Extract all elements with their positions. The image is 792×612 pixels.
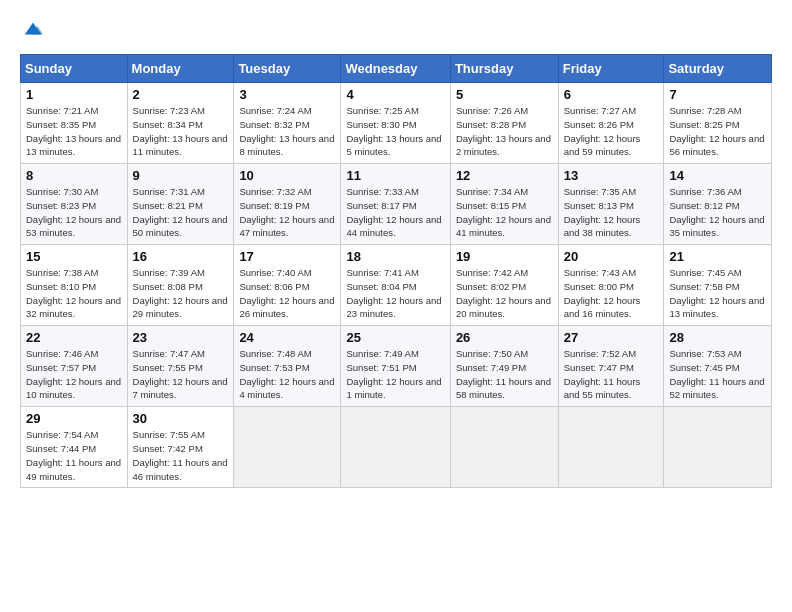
day-cell: 8Sunrise: 7:30 AMSunset: 8:23 PMDaylight… <box>21 164 128 245</box>
day-cell: 30Sunrise: 7:55 AMSunset: 7:42 PMDayligh… <box>127 407 234 488</box>
day-cell: 13Sunrise: 7:35 AMSunset: 8:13 PMDayligh… <box>558 164 664 245</box>
day-number: 5 <box>456 87 553 102</box>
day-cell: 26Sunrise: 7:50 AMSunset: 7:49 PMDayligh… <box>450 326 558 407</box>
day-cell: 4Sunrise: 7:25 AMSunset: 8:30 PMDaylight… <box>341 83 450 164</box>
day-cell <box>234 407 341 488</box>
day-info: Sunrise: 7:36 AMSunset: 8:12 PMDaylight:… <box>669 185 766 240</box>
day-cell: 17Sunrise: 7:40 AMSunset: 8:06 PMDayligh… <box>234 245 341 326</box>
day-cell: 6Sunrise: 7:27 AMSunset: 8:26 PMDaylight… <box>558 83 664 164</box>
day-cell: 3Sunrise: 7:24 AMSunset: 8:32 PMDaylight… <box>234 83 341 164</box>
calendar-header: Sunday Monday Tuesday Wednesday Thursday… <box>21 55 772 83</box>
col-wednesday: Wednesday <box>341 55 450 83</box>
day-cell: 19Sunrise: 7:42 AMSunset: 8:02 PMDayligh… <box>450 245 558 326</box>
day-cell: 20Sunrise: 7:43 AMSunset: 8:00 PMDayligh… <box>558 245 664 326</box>
day-cell: 24Sunrise: 7:48 AMSunset: 7:53 PMDayligh… <box>234 326 341 407</box>
col-tuesday: Tuesday <box>234 55 341 83</box>
day-info: Sunrise: 7:39 AMSunset: 8:08 PMDaylight:… <box>133 266 229 321</box>
day-cell: 5Sunrise: 7:26 AMSunset: 8:28 PMDaylight… <box>450 83 558 164</box>
day-info: Sunrise: 7:53 AMSunset: 7:45 PMDaylight:… <box>669 347 766 402</box>
week-row-5: 29Sunrise: 7:54 AMSunset: 7:44 PMDayligh… <box>21 407 772 488</box>
day-cell: 15Sunrise: 7:38 AMSunset: 8:10 PMDayligh… <box>21 245 128 326</box>
day-cell: 12Sunrise: 7:34 AMSunset: 8:15 PMDayligh… <box>450 164 558 245</box>
day-cell: 21Sunrise: 7:45 AMSunset: 7:58 PMDayligh… <box>664 245 772 326</box>
day-info: Sunrise: 7:52 AMSunset: 7:47 PMDaylight:… <box>564 347 659 402</box>
day-number: 25 <box>346 330 444 345</box>
day-cell: 9Sunrise: 7:31 AMSunset: 8:21 PMDaylight… <box>127 164 234 245</box>
day-cell: 10Sunrise: 7:32 AMSunset: 8:19 PMDayligh… <box>234 164 341 245</box>
day-number: 19 <box>456 249 553 264</box>
week-row-3: 15Sunrise: 7:38 AMSunset: 8:10 PMDayligh… <box>21 245 772 326</box>
day-info: Sunrise: 7:49 AMSunset: 7:51 PMDaylight:… <box>346 347 444 402</box>
col-thursday: Thursday <box>450 55 558 83</box>
day-info: Sunrise: 7:46 AMSunset: 7:57 PMDaylight:… <box>26 347 122 402</box>
day-info: Sunrise: 7:48 AMSunset: 7:53 PMDaylight:… <box>239 347 335 402</box>
day-info: Sunrise: 7:30 AMSunset: 8:23 PMDaylight:… <box>26 185 122 240</box>
day-cell: 16Sunrise: 7:39 AMSunset: 8:08 PMDayligh… <box>127 245 234 326</box>
week-row-1: 1Sunrise: 7:21 AMSunset: 8:35 PMDaylight… <box>21 83 772 164</box>
day-cell <box>664 407 772 488</box>
day-info: Sunrise: 7:26 AMSunset: 8:28 PMDaylight:… <box>456 104 553 159</box>
day-number: 24 <box>239 330 335 345</box>
day-number: 18 <box>346 249 444 264</box>
calendar-table: Sunday Monday Tuesday Wednesday Thursday… <box>20 54 772 488</box>
day-number: 30 <box>133 411 229 426</box>
day-number: 12 <box>456 168 553 183</box>
day-info: Sunrise: 7:41 AMSunset: 8:04 PMDaylight:… <box>346 266 444 321</box>
day-number: 16 <box>133 249 229 264</box>
day-number: 23 <box>133 330 229 345</box>
day-info: Sunrise: 7:25 AMSunset: 8:30 PMDaylight:… <box>346 104 444 159</box>
day-info: Sunrise: 7:33 AMSunset: 8:17 PMDaylight:… <box>346 185 444 240</box>
day-number: 28 <box>669 330 766 345</box>
day-cell: 29Sunrise: 7:54 AMSunset: 7:44 PMDayligh… <box>21 407 128 488</box>
day-cell: 1Sunrise: 7:21 AMSunset: 8:35 PMDaylight… <box>21 83 128 164</box>
day-info: Sunrise: 7:27 AMSunset: 8:26 PMDaylight:… <box>564 104 659 159</box>
day-info: Sunrise: 7:23 AMSunset: 8:34 PMDaylight:… <box>133 104 229 159</box>
day-number: 2 <box>133 87 229 102</box>
col-sunday: Sunday <box>21 55 128 83</box>
day-number: 17 <box>239 249 335 264</box>
day-info: Sunrise: 7:38 AMSunset: 8:10 PMDaylight:… <box>26 266 122 321</box>
day-number: 4 <box>346 87 444 102</box>
day-number: 22 <box>26 330 122 345</box>
day-cell: 14Sunrise: 7:36 AMSunset: 8:12 PMDayligh… <box>664 164 772 245</box>
day-cell <box>341 407 450 488</box>
day-cell: 2Sunrise: 7:23 AMSunset: 8:34 PMDaylight… <box>127 83 234 164</box>
day-number: 3 <box>239 87 335 102</box>
day-info: Sunrise: 7:32 AMSunset: 8:19 PMDaylight:… <box>239 185 335 240</box>
day-number: 1 <box>26 87 122 102</box>
day-number: 7 <box>669 87 766 102</box>
day-info: Sunrise: 7:43 AMSunset: 8:00 PMDaylight:… <box>564 266 659 321</box>
day-info: Sunrise: 7:34 AMSunset: 8:15 PMDaylight:… <box>456 185 553 240</box>
logo-icon <box>22 18 44 40</box>
col-monday: Monday <box>127 55 234 83</box>
day-number: 10 <box>239 168 335 183</box>
day-info: Sunrise: 7:21 AMSunset: 8:35 PMDaylight:… <box>26 104 122 159</box>
col-saturday: Saturday <box>664 55 772 83</box>
day-cell: 23Sunrise: 7:47 AMSunset: 7:55 PMDayligh… <box>127 326 234 407</box>
header-row: Sunday Monday Tuesday Wednesday Thursday… <box>21 55 772 83</box>
day-number: 27 <box>564 330 659 345</box>
day-cell: 27Sunrise: 7:52 AMSunset: 7:47 PMDayligh… <box>558 326 664 407</box>
week-row-2: 8Sunrise: 7:30 AMSunset: 8:23 PMDaylight… <box>21 164 772 245</box>
day-info: Sunrise: 7:24 AMSunset: 8:32 PMDaylight:… <box>239 104 335 159</box>
day-number: 11 <box>346 168 444 183</box>
day-info: Sunrise: 7:35 AMSunset: 8:13 PMDaylight:… <box>564 185 659 240</box>
header <box>20 18 772 44</box>
day-cell: 11Sunrise: 7:33 AMSunset: 8:17 PMDayligh… <box>341 164 450 245</box>
day-info: Sunrise: 7:55 AMSunset: 7:42 PMDaylight:… <box>133 428 229 483</box>
day-cell: 18Sunrise: 7:41 AMSunset: 8:04 PMDayligh… <box>341 245 450 326</box>
day-info: Sunrise: 7:28 AMSunset: 8:25 PMDaylight:… <box>669 104 766 159</box>
week-row-4: 22Sunrise: 7:46 AMSunset: 7:57 PMDayligh… <box>21 326 772 407</box>
day-number: 8 <box>26 168 122 183</box>
day-cell: 22Sunrise: 7:46 AMSunset: 7:57 PMDayligh… <box>21 326 128 407</box>
day-number: 20 <box>564 249 659 264</box>
day-number: 9 <box>133 168 229 183</box>
day-number: 29 <box>26 411 122 426</box>
day-info: Sunrise: 7:40 AMSunset: 8:06 PMDaylight:… <box>239 266 335 321</box>
day-info: Sunrise: 7:50 AMSunset: 7:49 PMDaylight:… <box>456 347 553 402</box>
day-info: Sunrise: 7:31 AMSunset: 8:21 PMDaylight:… <box>133 185 229 240</box>
day-cell: 25Sunrise: 7:49 AMSunset: 7:51 PMDayligh… <box>341 326 450 407</box>
logo <box>20 18 44 44</box>
day-info: Sunrise: 7:47 AMSunset: 7:55 PMDaylight:… <box>133 347 229 402</box>
day-number: 14 <box>669 168 766 183</box>
